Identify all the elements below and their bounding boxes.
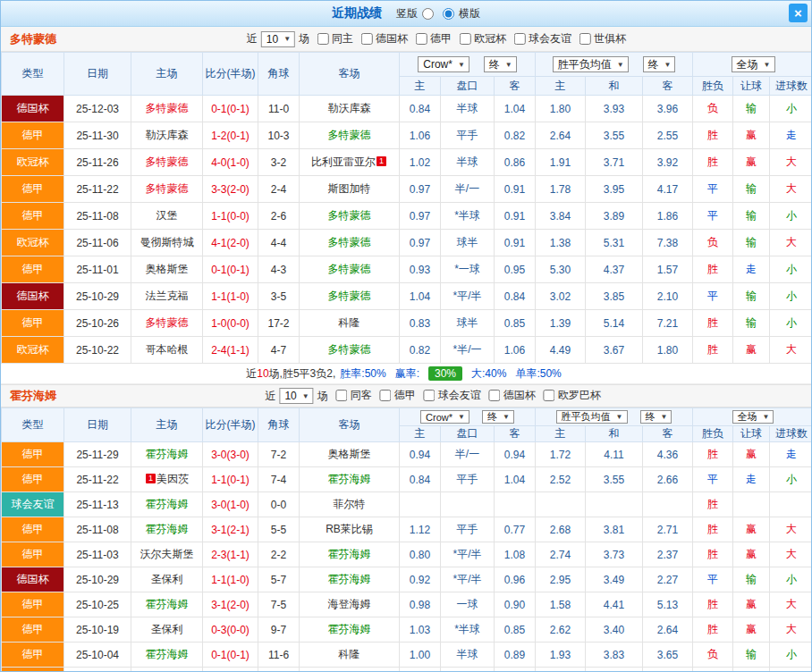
type-cell: 德甲: [2, 467, 64, 492]
league-filter[interactable]: 德甲: [380, 388, 416, 403]
type-cell: 德甲: [2, 668, 64, 672]
league-checkbox[interactable]: [514, 33, 526, 45]
table-row: 德甲 25-11-22 多特蒙德 3-3(2-0) 2-4 斯图加特 0.97 …: [2, 176, 812, 203]
league-checkbox[interactable]: [361, 33, 373, 45]
euro-draw-odds: 3.93: [586, 96, 643, 122]
euro-away-odds: 3.96: [643, 96, 693, 122]
match-count-select[interactable]: 10 ▼: [279, 388, 313, 404]
corners-cell: 11-0: [258, 96, 300, 122]
corners-cell: 11-6: [258, 643, 300, 668]
asian-line: 平手: [441, 467, 495, 492]
league-filter[interactable]: 德国杯: [489, 388, 536, 403]
league-filter-group: 同主德国杯德甲欧冠杯球会友谊世俱杯: [309, 31, 626, 47]
summary-segment: 大:40%: [471, 366, 506, 382]
league-checkbox[interactable]: [424, 390, 436, 401]
type-cell: 德国杯: [2, 283, 64, 310]
corners-cell: 5-7: [258, 567, 300, 592]
match-count-select[interactable]: 10 ▼: [261, 31, 295, 47]
league-filter[interactable]: 球会友谊: [424, 388, 481, 403]
euro-draw-odds: [586, 492, 643, 517]
hoffenheim-section-bar: 霍芬海姆 近 10 ▼ 场 同客德甲球会友谊德国杯欧罗巴杯: [1, 384, 811, 407]
date-cell: 25-10-29: [64, 567, 131, 592]
result-goals: 大: [770, 149, 812, 176]
league-filter[interactable]: 欧罗巴杯: [544, 388, 601, 403]
league-filter[interactable]: 欧冠杯: [460, 31, 506, 46]
matches-label: 场: [317, 389, 328, 404]
euro-home-odds: 2.68: [536, 517, 586, 542]
layout-radio-horizontal[interactable]: [443, 8, 454, 20]
asian-away-odds: 0.85: [495, 310, 536, 337]
asian-away-odds: 0.89: [495, 643, 536, 668]
team-name: 汉堡: [156, 209, 178, 222]
league-checkbox[interactable]: [544, 390, 555, 401]
final-odds-select[interactable]: 终▼: [484, 56, 517, 72]
euro-away-odds: 1.86: [643, 203, 693, 230]
close-button[interactable]: ×: [789, 4, 808, 22]
team-name: 霍芬海姆: [146, 523, 189, 535]
league-checkbox[interactable]: [489, 390, 501, 401]
league-checkbox[interactable]: [317, 33, 329, 45]
col-header-date: 日期: [64, 408, 131, 442]
avg-odds-select[interactable]: 胜平负均值▼: [553, 56, 629, 72]
home-team: 圣保利: [131, 617, 203, 643]
league-label: 同主: [332, 31, 353, 46]
corners-cell: 5-5: [258, 517, 300, 542]
asian-away-odds: 0.85: [495, 617, 536, 643]
layout-radio-vertical[interactable]: [422, 8, 434, 20]
type-cell: 欧冠杯: [2, 337, 64, 364]
asian-home-odds: 1.06: [400, 122, 441, 149]
league-checkbox[interactable]: [460, 33, 471, 45]
type-cell: 德国杯: [2, 96, 64, 122]
league-checkbox[interactable]: [336, 390, 348, 401]
chevron-down-icon: ▼: [661, 413, 668, 421]
asian-line: 半球: [441, 96, 495, 122]
league-label: 德甲: [430, 31, 452, 46]
result-goals: [770, 492, 812, 517]
odds-company-select[interactable]: Crow*▼: [420, 410, 469, 424]
league-checkbox[interactable]: [416, 33, 427, 45]
euro-draw-odds: 3.81: [586, 517, 643, 542]
euro-away-odds: 2.37: [643, 542, 693, 567]
asian-away-odds: [495, 492, 536, 517]
asian-line: 一球: [441, 592, 495, 617]
date-cell: 25-10-19: [64, 617, 131, 643]
scope-select[interactable]: 全场▼: [732, 56, 775, 72]
league-filter[interactable]: 球会友谊: [514, 31, 571, 46]
table-row: 德甲 25-11-08 汉堡 1-1(0-0) 2-6 多特蒙德 0.97 *半…: [2, 203, 812, 230]
league-filter[interactable]: 同主: [317, 31, 353, 46]
subcol-euro-draw: 和: [586, 77, 643, 96]
euro-draw-odds: 4.11: [586, 442, 643, 467]
asian-home-odds: 1.02: [400, 149, 441, 176]
asian-home-odds: 0.84: [400, 96, 441, 122]
final-odds-select-2[interactable]: 终▼: [640, 410, 672, 424]
subcol-euro-home: 主: [536, 426, 586, 442]
away-team: 科隆: [300, 310, 400, 337]
league-filter[interactable]: 同客: [336, 388, 372, 403]
type-cell: 欧冠杯: [2, 230, 64, 256]
chevron-down-icon: ▼: [458, 413, 465, 421]
league-filter[interactable]: 世俱杯: [579, 31, 626, 46]
scope-select[interactable]: 全场▼: [732, 410, 774, 424]
team-title-dortmund: 多特蒙德: [10, 31, 56, 47]
final-odds-select-2[interactable]: 终▼: [643, 56, 676, 72]
team-name: 霍芬海姆: [146, 498, 189, 510]
team-name: 霍芬海姆: [328, 473, 371, 485]
league-checkbox[interactable]: [380, 390, 392, 401]
final-odds-select[interactable]: 终▼: [482, 410, 514, 424]
asian-home-odds: 0.84: [400, 467, 441, 492]
table-row: 德甲 25-10-04 霍芬海姆 0-1(0-1) 11-6 科隆 1.00 半…: [2, 643, 812, 668]
team-name: 多特蒙德: [328, 236, 371, 248]
away-team: 多特蒙德: [300, 203, 400, 230]
avg-odds-select[interactable]: 胜平负均值▼: [556, 410, 628, 424]
home-team: 1美因茨: [131, 467, 203, 492]
league-filter[interactable]: 德国杯: [361, 31, 408, 46]
league-filter[interactable]: 德甲: [416, 31, 452, 46]
team-name: 霍芬海姆: [146, 648, 189, 660]
league-checkbox[interactable]: [579, 33, 591, 45]
result-goals: 大: [770, 176, 812, 203]
date-cell: 25-11-30: [64, 122, 131, 149]
result-handicap: 赢: [733, 149, 770, 176]
odds-company-select[interactable]: Crow*▼: [418, 56, 469, 72]
table-row: 德国杯 25-12-03 多特蒙德 0-1(0-1) 11-0 勒沃库森 0.8…: [2, 96, 812, 122]
euro-away-odds: 1.80: [643, 337, 693, 364]
